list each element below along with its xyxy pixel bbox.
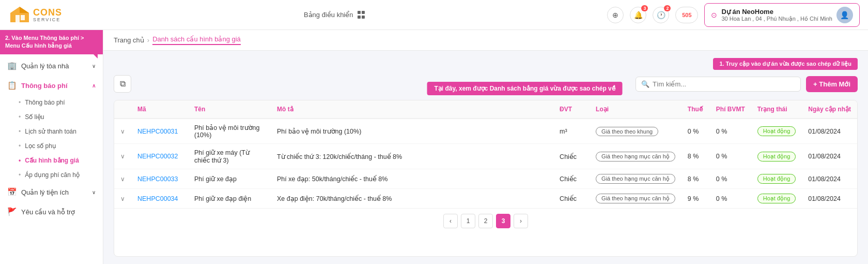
expand-btn[interactable]: ∨ <box>120 195 125 202</box>
row-thue-2: 8 % <box>681 169 710 189</box>
row-mota-2: Phí xe đạp: 50k/tháng/chiếc - thuế 8% <box>271 169 553 189</box>
sidebar: 2. Vào Menu Thông báo phí > Menu Cấu hìn… <box>0 30 103 264</box>
col-header-trangthai: Trạng thái <box>751 100 802 119</box>
toolbar-right: 🔍 + Thêm Mới <box>636 76 858 92</box>
project-name: Dự án NeoHome <box>721 8 832 16</box>
logo-text-block: CONS SERVICE <box>33 7 62 22</box>
sidebar-sub-lich-su[interactable]: Lịch sử thanh toán <box>19 124 103 139</box>
avatar: 👤 <box>836 7 853 23</box>
row-code-0[interactable]: NEHPC00031 <box>137 128 178 135</box>
sidebar-sub-ap-dung-phi[interactable]: Áp dụng phí căn hộ <box>19 168 103 182</box>
sub-label-cau-hinh: Cấu hình bảng giá <box>25 157 79 164</box>
svg-marker-1 <box>20 7 29 13</box>
header-actions: ⊕ 🔔 3 🕐 2 505 ⊙ Dự án NeoHome 30 Hoa Lan… <box>607 3 860 27</box>
col-header-ngay: Ngày cập nhật <box>802 100 857 119</box>
col-header-ma: Mã <box>131 100 188 119</box>
toolbar-left: ⧉ <box>114 75 131 93</box>
row-dvt-3: Chiếc <box>553 189 590 209</box>
row-ten-0: Phí bảo vệ môi trường (10%) <box>188 119 271 144</box>
sidebar-item-quan-ly-tien-ich[interactable]: 📅 Quản lý tiện ích ∨ <box>0 182 103 202</box>
step1-container: 1. Truy cập vào dự án vừa được sao chép … <box>114 58 858 70</box>
sub-label-ap-dung: Áp dụng phí căn hộ <box>25 171 80 179</box>
row-code-1[interactable]: NEHPC00032 <box>137 153 178 160</box>
header-center: Bảng điều khiển <box>304 11 366 19</box>
sub-label-lich-su: Lịch sử thanh toán <box>25 128 76 135</box>
project-info[interactable]: ⊙ Dự án NeoHome 30 Hoa Lan , 04 , Phú Nh… <box>704 3 860 27</box>
table-container: Mã Tên Mô tả ĐVT Loại Thuế Phí BVMT Trạn… <box>114 100 858 257</box>
search-icon: 🔍 <box>641 80 649 88</box>
row-dvt-2: Chiếc <box>553 169 590 189</box>
row-ten-3: Phí giữ xe đạp điện <box>188 189 271 209</box>
sidebar-label-quan-ly-toa-nha: Quản lý tòa nhà <box>21 62 69 70</box>
search-input[interactable] <box>653 80 795 88</box>
page-3-btn[interactable]: 3 <box>496 214 510 228</box>
row-ngay-1: 01/08/2024 <box>802 144 857 169</box>
prev-page-btn[interactable]: ‹ <box>443 214 458 228</box>
row-ngay-3: 01/08/2024 <box>802 189 857 209</box>
col-header-loai: Loại <box>590 100 681 119</box>
copy-icon: ⧉ <box>120 79 126 89</box>
add-icon-btn[interactable]: ⊕ <box>607 7 624 23</box>
main-annotation: Tại đây, xem được Danh sách bảng giá vừa… <box>427 82 623 95</box>
row-code-2[interactable]: NEHPC00033 <box>137 175 178 183</box>
row-dvt-0: m³ <box>553 119 590 144</box>
building-icon: 🏢 <box>7 61 17 70</box>
content-area: 1. Truy cập vào dự án vừa được sao chép … <box>103 51 868 264</box>
breadcrumb-home[interactable]: Trang chủ <box>114 36 144 44</box>
page-1-btn[interactable]: 1 <box>461 214 475 228</box>
sidebar-label-thong-bao-phi: Thông báo phí <box>21 82 68 90</box>
sidebar-annotation: 2. Vào Menu Thông báo phí > Menu Cấu hìn… <box>0 30 103 54</box>
row-dvt-1: Chiếc <box>553 144 590 169</box>
expand-btn[interactable]: ∨ <box>120 153 125 160</box>
sidebar-item-quan-ly-toa-nha[interactable]: 🏢 Quản lý tòa nhà ∨ <box>0 56 103 76</box>
sidebar-item-thong-bao-phi[interactable]: 📋 Thông báo phí ∧ <box>0 76 103 95</box>
row-thue-1: 8 % <box>681 144 710 169</box>
notifications-btn[interactable]: 🔔 3 <box>630 7 646 23</box>
row-trangthai-0: Hoạt động <box>751 119 802 144</box>
sidebar-sub-cau-hinh-bang-gia[interactable]: Cấu hình bảng giá <box>19 153 103 168</box>
copy-button[interactable]: ⧉ <box>114 75 131 93</box>
alert-count: 505 <box>682 12 691 18</box>
sidebar-sub-thong-bao-phi[interactable]: Thông báo phí <box>19 95 103 110</box>
sidebar-sub-loc-so-phu[interactable]: Lọc số phụ <box>19 139 103 153</box>
sidebar-sub-so-lieu[interactable]: Số liệu <box>19 110 103 124</box>
col-header-dvt: ĐVT <box>553 100 590 119</box>
logo: CONS SERVICE <box>8 6 62 24</box>
svg-rect-3 <box>21 15 25 20</box>
row-phi-0: 0 % <box>710 119 751 144</box>
logo-brand: CONS <box>33 7 62 18</box>
plus-icon: ⊕ <box>612 11 618 19</box>
avatar-icon: 👤 <box>840 11 849 19</box>
chevron-down-icon-2: ∨ <box>92 189 96 195</box>
layout: 2. Vào Menu Thông báo phí > Menu Cấu hìn… <box>0 30 868 264</box>
dashboard-label: Bảng điều khiển <box>304 11 353 19</box>
row-code-3[interactable]: NEHPC00034 <box>137 195 178 202</box>
page-2-btn[interactable]: 2 <box>478 214 493 228</box>
row-loai-0: Giá theo theo khung <box>590 119 681 144</box>
chevron-up-icon: ∧ <box>92 83 96 89</box>
search-box: 🔍 <box>636 77 801 92</box>
step1-annotation: 1. Truy cập vào dự án vừa được sao chép … <box>713 58 858 70</box>
next-page-btn[interactable]: › <box>514 214 528 228</box>
svg-rect-2 <box>16 15 20 22</box>
col-header-thue: Thuế <box>681 100 710 119</box>
add-button[interactable]: + Thêm Mới <box>806 76 858 92</box>
row-mota-0: Phí bảo vệ môi trường (10%) <box>271 119 553 144</box>
clock-icon: 🕐 <box>657 11 665 19</box>
sidebar-items: 🏢 Quản lý tòa nhà ∨ 📋 Thông báo phí ∧ Th… <box>0 56 103 222</box>
expand-btn[interactable]: ∨ <box>120 175 125 183</box>
clock-btn[interactable]: 🕐 2 <box>653 7 669 23</box>
alert-btn[interactable]: 505 <box>675 7 698 23</box>
col-header-ten: Tên <box>188 100 271 119</box>
logo-subtitle: SERVICE <box>33 17 62 22</box>
expand-btn[interactable]: ∨ <box>120 128 125 135</box>
row-loai-1: Giá theo hạng mục căn hộ <box>590 144 681 169</box>
sidebar-item-yeu-cau[interactable]: 🚩 Yêu cầu và hỗ trợ <box>0 202 103 222</box>
table-row: ∨ NEHPC00034 Phí giữ xe đạp điện Xe đạp … <box>114 189 857 209</box>
row-phi-3: 0 % <box>710 189 751 209</box>
chevron-down-icon: ∨ <box>92 63 96 69</box>
row-mota-1: Từ chiếc thứ 3: 120k/chiếc/tháng - thuế … <box>271 144 553 169</box>
table-row: ∨ NEHPC00033 Phí giữ xe đạp Phí xe đạp: … <box>114 169 857 189</box>
row-trangthai-2: Hoạt động <box>751 169 802 189</box>
logo-icon <box>8 6 31 24</box>
